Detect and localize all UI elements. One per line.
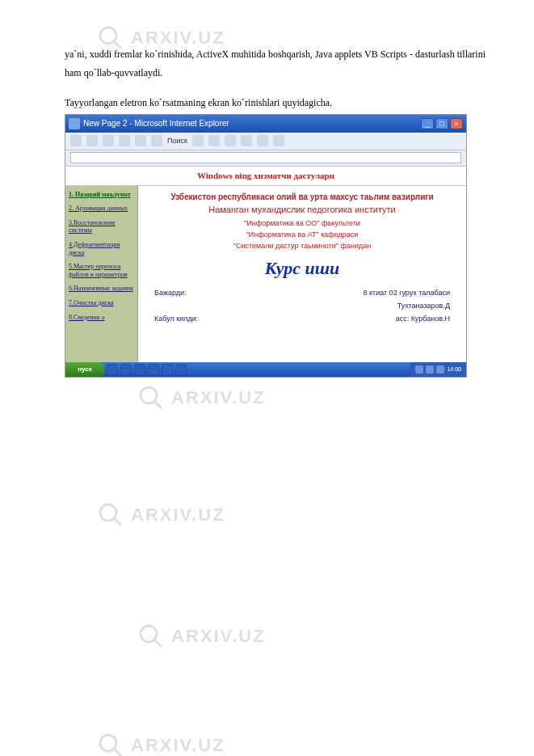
course-title: Курс иши [146,258,458,279]
taskbar-item[interactable] [120,364,132,375]
system-tray: 14:00 [410,362,466,377]
edit-icon[interactable] [257,135,268,146]
svg-line-9 [114,518,121,526]
paragraph-2: Tayyorlangan eletron ko`rsatmaning ekran… [65,97,486,109]
forward-icon[interactable] [86,135,98,146]
search-icon[interactable] [151,135,162,146]
panel-line-5: "Системали дастур таьминоти" фанидан [146,242,458,250]
print-icon[interactable] [241,135,252,146]
home-icon[interactable] [135,135,146,146]
favorites-icon[interactable] [192,135,204,146]
address-bar [65,150,466,167]
sidebar-item-7[interactable]: 7.Очистка диска [69,299,134,307]
watermark: ARXIV.UZ [137,384,266,412]
embedded-screenshot: New Page 2 - Microsoft Internet Explorer… [65,114,467,378]
watermark: ARXIV.UZ [97,732,225,756]
mail-icon[interactable] [225,135,236,146]
close-button[interactable]: × [450,118,463,129]
sidebar-item-8[interactable]: 8.Сведения о [69,314,134,322]
tray-icon[interactable] [426,365,434,374]
address-input[interactable] [70,152,461,163]
sidebar-nav: 1. Назарий маълумот 2. Архивация данных … [65,186,138,364]
panel-row-3: Кабул килди: асс: Курбанов.Н [146,315,458,323]
paragraph-1: ya`ni, xuddi fremlar ko`rinishida, Activ… [65,45,486,82]
row3-right: асс: Курбанов.Н [396,315,450,323]
svg-point-0 [100,27,116,44]
window-title: New Page 2 - Microsoft Internet Explorer [83,119,421,128]
svg-point-8 [100,505,116,521]
refresh-icon[interactable] [119,135,130,146]
windows-taskbar: пуск 14:00 [65,362,466,377]
row1-right: 8 ктиат 02 гурух талабаси [364,289,451,297]
sidebar-item-3[interactable]: 3.Восстановлние системы [69,219,134,234]
sidebar-item-1[interactable]: 1. Назарий маълумот [69,191,134,199]
window-titlebar: New Page 2 - Microsoft Internet Explorer… [65,115,466,133]
svg-point-12 [100,735,116,751]
tray-icon[interactable] [436,365,444,374]
panel-row-1: Бажарди: 8 ктиат 02 гурух талабаси [146,289,458,297]
taskbar-item[interactable] [107,364,118,375]
taskbar-item[interactable] [148,364,159,375]
document-content: ya`ni, xuddi fremlar ko`rinishida, Activ… [65,45,486,378]
stop-icon[interactable] [103,135,114,146]
svg-point-6 [141,387,157,403]
page-main: 1. Назарий маълумот 2. Архивация данных … [65,186,466,364]
maximize-button[interactable]: □ [435,118,448,129]
panel-row-2: Тухтаназаров.Д [146,302,458,310]
folder-icon[interactable] [273,135,284,146]
taskbar-item[interactable] [175,364,187,375]
browser-toolbar: Поиск [65,133,466,150]
panel-line-1: Узбекистон республикаси олий ва урта мах… [146,192,458,201]
sidebar-item-6[interactable]: 6.Назначенные задания [69,285,134,293]
panel-line-4: "Информатика ва АТ" кафедраси [146,230,458,239]
start-button[interactable]: пуск [65,362,104,377]
row1-left: Бажарди: [154,289,187,297]
banner-text: Windows ning хизматчи дастулари [197,171,334,180]
sidebar-item-5[interactable]: 5.Мастер переноса файлов и параметров [69,263,134,278]
toolbar-search-label: Поиск [167,137,187,145]
clock: 14:00 [447,366,461,372]
content-panel: Узбекистон республикаси олий ва урта мах… [138,186,466,364]
panel-line-2: Наманган мухандислик педогогика институт… [146,205,458,214]
minimize-button[interactable]: _ [421,118,434,129]
sidebar-item-2[interactable]: 2. Архивация данных [69,205,134,213]
svg-point-10 [141,626,157,642]
svg-line-13 [114,749,121,756]
history-icon[interactable] [208,135,220,146]
row2-right: Тухтаназаров.Д [397,302,450,310]
taskbar-item[interactable] [162,364,173,375]
back-icon[interactable] [70,135,82,146]
panel-line-3: "Информатика ва ОО" факультети [146,219,458,227]
watermark: ARXIV.UZ [137,623,266,650]
sidebar-item-4[interactable]: 4.Дефрагментация диска [69,241,134,256]
page-banner: Windows ning хизматчи дастулари [65,167,466,186]
taskbar-item[interactable] [134,364,145,375]
svg-line-11 [154,640,162,647]
watermark: ARXIV.UZ [97,501,225,529]
svg-line-7 [154,401,162,408]
row3-left: Кабул килди: [154,315,198,323]
tray-icon[interactable] [415,365,423,374]
ie-icon [69,118,80,129]
